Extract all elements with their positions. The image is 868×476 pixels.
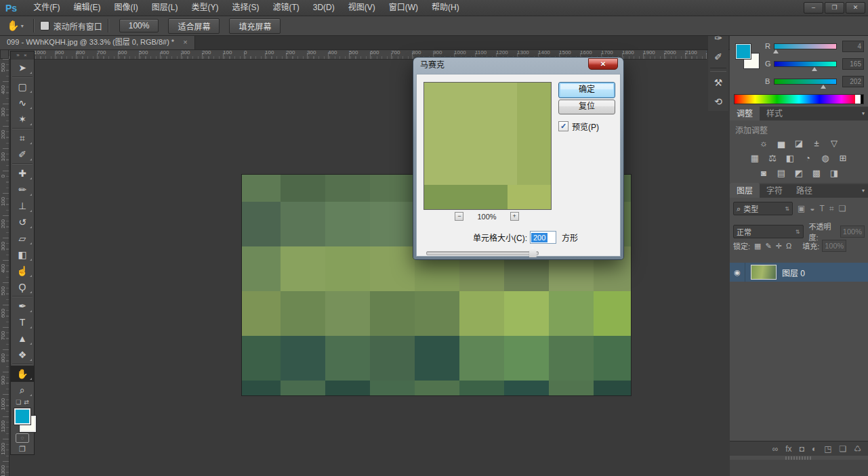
collapse-icon[interactable]: » bbox=[16, 52, 20, 58]
zoom-out-button[interactable]: − bbox=[455, 212, 463, 221]
zoom-in-button[interactable]: + bbox=[510, 212, 519, 221]
brightness-contrast-icon[interactable]: ☼ bbox=[758, 138, 770, 149]
zoom-tool[interactable]: ⌕ bbox=[11, 382, 34, 398]
swap-colors-icon[interactable]: ⇄ bbox=[24, 399, 29, 406]
default-colors-icon[interactable]: ❏ bbox=[16, 399, 21, 406]
eraser-tool[interactable]: ▱ bbox=[11, 230, 34, 246]
menu-item[interactable]: 图像(I) bbox=[107, 0, 144, 16]
document-tab[interactable]: 099 - WWhKQHH.jpg @ 33.3% (图层 0, RGB/8#)… bbox=[0, 35, 195, 49]
selective-color-icon[interactable]: ◨ bbox=[829, 168, 840, 179]
hand-tool-icon[interactable]: ✋ bbox=[7, 20, 20, 32]
tools-panel-icon[interactable]: ⚒ bbox=[708, 73, 728, 92]
panel-menu-icon[interactable]: ▾ bbox=[862, 110, 865, 116]
smudge-tool[interactable]: ☝ bbox=[11, 263, 34, 279]
color-lookup-icon[interactable]: ⊞ bbox=[838, 153, 849, 164]
adjustment-filter-icon[interactable]: ◒ bbox=[810, 204, 814, 213]
screen-mode-button[interactable]: ❐ bbox=[11, 444, 34, 454]
photo-filter-icon[interactable]: ◔ bbox=[802, 153, 814, 164]
dialog-close-button[interactable]: ✕ bbox=[588, 58, 618, 70]
adjustment-layer-icon[interactable]: ◐ bbox=[812, 444, 817, 454]
curves-icon[interactable]: ◪ bbox=[793, 138, 805, 149]
shape-filter-icon[interactable]: ⌗ bbox=[829, 204, 834, 213]
minimize-button[interactable]: – bbox=[804, 2, 823, 14]
link-layers-icon[interactable]: ∞ bbox=[772, 444, 779, 454]
channel-value[interactable]: 202 bbox=[842, 76, 864, 87]
filter-kind-dropdown[interactable]: ⌕ 类型 ⇅ bbox=[733, 202, 793, 215]
fill-screen-button[interactable]: 填充屏幕 bbox=[229, 18, 281, 34]
history-brush-tool[interactable]: ↺ bbox=[11, 214, 34, 230]
tab-adjustments[interactable]: 调整 bbox=[730, 106, 760, 121]
menu-item[interactable]: 图层(L) bbox=[145, 0, 185, 16]
color-spectrum-bar[interactable] bbox=[734, 94, 864, 104]
crop-tool[interactable]: ⌗ bbox=[11, 130, 34, 146]
add-mask-icon[interactable]: ◘ bbox=[800, 444, 804, 454]
lock-transparency-icon[interactable]: ▦ bbox=[754, 242, 761, 251]
tab-layers[interactable]: 图层 bbox=[730, 183, 760, 198]
close-button[interactable]: ✕ bbox=[846, 2, 865, 14]
toolbar-header[interactable]: » × bbox=[11, 51, 34, 60]
tab-styles[interactable]: 样式 bbox=[760, 106, 789, 121]
white-swatch[interactable] bbox=[855, 95, 861, 104]
lock-pixels-icon[interactable]: ✎ bbox=[765, 242, 771, 251]
menu-item[interactable]: 窗口(W) bbox=[382, 0, 425, 16]
pixel-filter-icon[interactable]: ▣ bbox=[798, 204, 805, 213]
vertical-ruler[interactable]: 5004003002001000100200300400500600700800… bbox=[0, 59, 9, 476]
restore-button[interactable]: ❐ bbox=[825, 2, 844, 14]
black-swatch[interactable] bbox=[861, 95, 863, 104]
delete-layer-icon[interactable]: ♺ bbox=[854, 444, 861, 454]
posterize-icon[interactable]: ▤ bbox=[776, 168, 787, 179]
pen-tool[interactable]: ✒ bbox=[11, 298, 34, 314]
eyedropper-tool[interactable]: ✐ bbox=[11, 146, 34, 163]
lasso-tool[interactable]: ∿ bbox=[11, 95, 34, 111]
hue-saturation-icon[interactable]: ▦ bbox=[749, 153, 761, 164]
menu-item[interactable]: 视图(V) bbox=[342, 0, 382, 16]
custom-shape-tool[interactable]: ❖ bbox=[11, 347, 34, 363]
healing-brush-tool[interactable]: ✚ bbox=[11, 165, 34, 181]
cell-size-slider[interactable] bbox=[426, 248, 539, 257]
clone-stamp-tool[interactable]: ⊥ bbox=[11, 198, 34, 214]
gradient-tool[interactable]: ◧ bbox=[11, 246, 34, 263]
dodge-tool[interactable]: Ϙ bbox=[11, 279, 34, 295]
reset-button[interactable]: 复位 bbox=[558, 100, 615, 114]
foreground-color-swatch[interactable] bbox=[736, 44, 751, 59]
filter-preview[interactable] bbox=[423, 82, 552, 210]
slider-thumb[interactable] bbox=[529, 247, 537, 257]
opacity-value[interactable]: 100% bbox=[840, 225, 865, 238]
fill-value[interactable]: 100% bbox=[822, 240, 846, 252]
path-selection-tool[interactable]: ▲ bbox=[11, 330, 34, 347]
brush-tool[interactable]: ✏ bbox=[11, 181, 34, 198]
panel-resize-grip[interactable] bbox=[785, 456, 812, 460]
smart-object-filter-icon[interactable]: ❏ bbox=[839, 204, 846, 213]
type-tool[interactable]: T bbox=[11, 314, 34, 330]
hand-tool[interactable]: ✋ bbox=[11, 366, 34, 382]
vibrance-icon[interactable]: ▽ bbox=[829, 138, 840, 149]
quick-mask-button[interactable]: ◌ bbox=[11, 432, 34, 444]
history-panel-icon[interactable]: ⟲ bbox=[708, 92, 728, 111]
slider-track[interactable] bbox=[426, 251, 539, 255]
panel-menu-icon[interactable]: ▾ bbox=[862, 188, 865, 194]
scroll-all-windows-checkbox[interactable] bbox=[40, 21, 49, 30]
layer-thumbnail[interactable] bbox=[751, 265, 777, 280]
channel-mixer-icon[interactable]: ◍ bbox=[820, 153, 831, 164]
layer-row[interactable]: ◉ 图层 0 bbox=[730, 263, 868, 282]
tab-character[interactable]: 字符 bbox=[760, 183, 789, 198]
new-layer-icon[interactable]: ❏ bbox=[839, 444, 846, 454]
fit-screen-button[interactable]: 适合屏幕 bbox=[168, 18, 220, 34]
close-icon[interactable]: × bbox=[24, 52, 28, 58]
slider-thumb[interactable] bbox=[773, 49, 779, 53]
ok-button[interactable]: 确定 bbox=[558, 82, 615, 98]
lock-all-icon[interactable]: Ω bbox=[786, 242, 791, 251]
tool-presets-panel-icon[interactable]: ✐ bbox=[708, 47, 728, 66]
menu-item[interactable]: 编辑(E) bbox=[66, 0, 107, 16]
threshold-icon[interactable]: ◩ bbox=[793, 168, 805, 179]
ruler-origin[interactable] bbox=[0, 49, 9, 59]
zoom-100-button[interactable]: 100% bbox=[119, 19, 159, 33]
marquee-tool[interactable]: ▢ bbox=[11, 79, 34, 95]
menu-item[interactable]: 滤镜(T) bbox=[266, 0, 306, 16]
chevron-down-icon[interactable]: ▾ bbox=[21, 23, 24, 29]
magic-wand-tool[interactable]: ✶ bbox=[11, 111, 34, 127]
blend-mode-dropdown[interactable]: 正常 ⇅ bbox=[733, 225, 804, 238]
slider-thumb[interactable] bbox=[821, 85, 826, 89]
tab-paths[interactable]: 路径 bbox=[789, 183, 819, 198]
menu-item[interactable]: 3D(D) bbox=[306, 0, 342, 16]
